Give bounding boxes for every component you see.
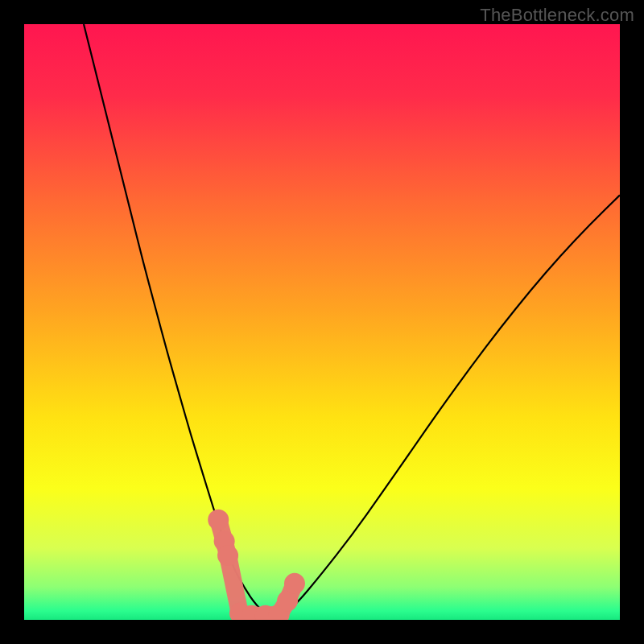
chart-svg [24,24,620,620]
outer-frame: TheBottleneck.com [0,0,644,644]
marker-dot [217,545,238,566]
marker-dot [208,510,229,530]
marker-dot [284,573,305,594]
gradient-bg [24,24,620,620]
watermark-text: TheBottleneck.com [480,5,634,26]
plot-area [24,24,620,620]
